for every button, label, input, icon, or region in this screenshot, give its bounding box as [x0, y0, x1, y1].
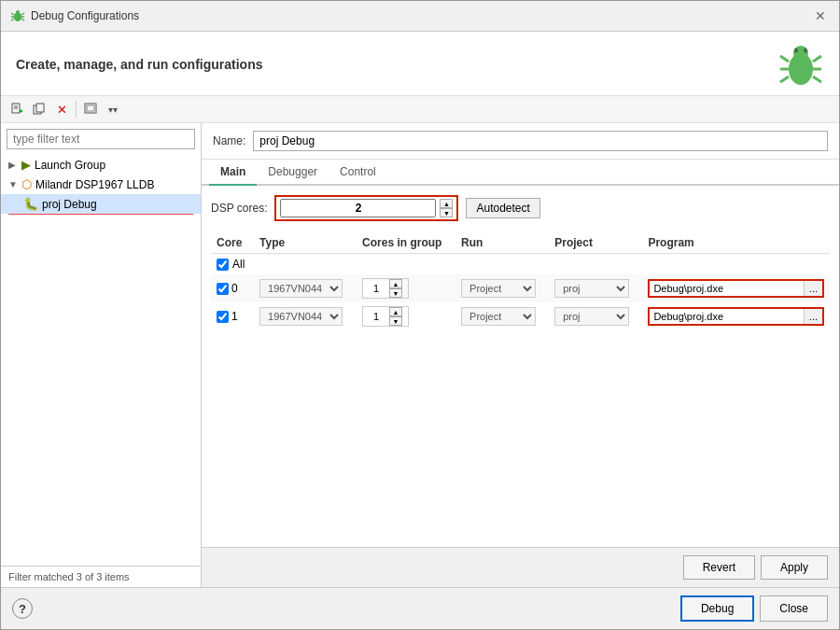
cores-0-spinbox: ▲ ▼: [362, 278, 409, 299]
svg-line-4: [11, 19, 14, 21]
project-0-select[interactable]: proj: [554, 279, 629, 298]
toolbar-separator-1: [76, 101, 77, 118]
cores-0-spinner-buttons: ▲ ▼: [389, 279, 402, 298]
main-tab-content: DSP cores: ▲ ▼ Autodetect Core: [202, 186, 839, 547]
type-all-cell: [254, 254, 357, 275]
program-1-cell: ...: [642, 302, 830, 330]
core-1-label: 1: [231, 310, 238, 323]
project-1-cell: proj: [549, 302, 642, 330]
type-0-select[interactable]: 1967VN044: [259, 279, 343, 298]
revert-button[interactable]: Revert: [683, 555, 755, 580]
check-all-checkbox[interactable]: [217, 259, 229, 271]
all-header: All: [217, 258, 248, 271]
debug-button[interactable]: Debug: [680, 595, 754, 622]
config-name-input[interactable]: [253, 131, 828, 151]
title-bar-left: Debug Configurations: [10, 8, 139, 23]
debug-config-icon: 🐛: [23, 197, 38, 211]
all-label: All: [232, 258, 245, 271]
sidebar-item-milandr[interactable]: ▼ ⬡ Milandr DSP1967 LLDB: [1, 175, 201, 194]
run-1-cell: Project: [455, 302, 549, 330]
cores-in-group-all-cell: [357, 254, 455, 275]
run-all-cell: [455, 254, 549, 275]
toolbar: ✕ ▾▾: [1, 95, 839, 123]
program-all-cell: [642, 254, 830, 275]
svg-rect-24: [36, 104, 44, 112]
project-0-cell: proj: [549, 274, 642, 302]
apply-button[interactable]: Apply: [761, 555, 828, 580]
run-0-cell: Project: [455, 274, 549, 302]
col-project: Project: [549, 232, 642, 254]
dsp-spinner-buttons: ▲ ▼: [440, 199, 453, 217]
name-label: Name:: [213, 134, 245, 147]
duplicate-config-button[interactable]: [29, 99, 49, 119]
left-panel: ▶ ▶ Launch Group ▼ ⬡ Milandr DSP1967 LLD…: [1, 123, 202, 587]
program-0-field: ...: [648, 279, 824, 298]
cores-0-increment[interactable]: ▲: [389, 279, 402, 288]
footer-left: ?: [12, 598, 33, 619]
filter-status: Filter matched 3 of 3 items: [8, 571, 130, 582]
tab-control[interactable]: Control: [329, 160, 387, 186]
tab-main[interactable]: Main: [209, 160, 257, 186]
autodetect-button[interactable]: Autodetect: [466, 198, 539, 218]
project-1-select[interactable]: proj: [554, 307, 629, 326]
cores-0-decrement[interactable]: ▼: [389, 288, 402, 298]
cores-1-spinner-buttons: ▲ ▼: [389, 307, 402, 326]
core-0-checkbox[interactable]: [217, 283, 229, 295]
run-0-select[interactable]: Project: [461, 279, 536, 298]
dsp-cores-row: DSP cores: ▲ ▼ Autodetect: [211, 195, 830, 221]
close-window-button[interactable]: ✕: [811, 7, 830, 25]
type-1-select[interactable]: 1967VN044: [259, 307, 343, 326]
header-bug-icon: [777, 41, 824, 88]
svg-rect-26: [87, 105, 94, 111]
program-0-cell: ...: [642, 274, 830, 302]
header-title: Create, manage, and run configurations: [16, 57, 263, 72]
proj-debug-label: proj Debug: [42, 198, 97, 211]
duplicate-icon: [33, 103, 46, 116]
launch-group-label: Launch Group: [35, 159, 105, 172]
cores-1-decrement[interactable]: ▼: [389, 316, 402, 326]
right-panel: Name: Main Debugger Control DSP cores: ▲: [202, 123, 839, 587]
cores-0-value[interactable]: [363, 281, 389, 296]
core-1-checkbox[interactable]: [217, 311, 229, 323]
svg-line-13: [813, 56, 821, 62]
tab-debugger[interactable]: Debugger: [257, 160, 329, 186]
footer-bar: ? Debug Close: [1, 587, 839, 629]
bottom-action-bar: Revert Apply: [202, 547, 839, 587]
cores-1-value[interactable]: [363, 309, 389, 324]
new-icon: [10, 103, 23, 116]
dsp-cores-increment-button[interactable]: ▲: [440, 199, 453, 208]
dsp-cores-spinbox: ▲ ▼: [274, 195, 458, 221]
svg-line-5: [21, 13, 24, 15]
col-core: Core: [211, 232, 254, 254]
core-0-label: 0: [231, 282, 238, 295]
program-1-browse-button[interactable]: ...: [804, 309, 822, 324]
dialog-title: Debug Configurations: [31, 9, 139, 22]
sidebar-item-launch-group[interactable]: ▶ ▶ Launch Group: [1, 155, 201, 175]
svg-line-12: [780, 77, 789, 82]
name-row: Name:: [202, 123, 839, 160]
cores-1-spinbox: ▲ ▼: [362, 306, 409, 327]
program-0-browse-button[interactable]: ...: [804, 281, 822, 296]
svg-point-16: [794, 49, 798, 53]
filter-input[interactable]: [7, 129, 195, 149]
program-1-input[interactable]: [650, 309, 801, 324]
cores-1-increment[interactable]: ▲: [389, 307, 402, 316]
run-1-select[interactable]: Project: [461, 307, 536, 326]
col-cores-in-group: Cores in group: [357, 232, 455, 254]
new-config-button[interactable]: [7, 99, 27, 119]
collapse-config-button[interactable]: ▾▾: [103, 99, 123, 119]
tabs-bar: Main Debugger Control: [202, 160, 839, 186]
core-all-cell: All: [211, 254, 254, 275]
dsp-cores-label: DSP cores:: [211, 202, 267, 215]
delete-config-button[interactable]: ✕: [51, 99, 72, 119]
sidebar-item-proj-debug[interactable]: 🐛 proj Debug: [1, 194, 201, 214]
svg-point-1: [16, 10, 20, 14]
tree-area: ▶ ▶ Launch Group ▼ ⬡ Milandr DSP1967 LLD…: [1, 155, 201, 566]
footer-close-button[interactable]: Close: [760, 595, 828, 622]
program-0-input[interactable]: [650, 281, 801, 296]
dsp-cores-decrement-button[interactable]: ▼: [440, 208, 453, 217]
help-button[interactable]: ?: [12, 598, 33, 619]
chevron-down-icon: ▼: [8, 179, 18, 189]
dsp-cores-value-input[interactable]: [280, 199, 436, 217]
filter-config-button[interactable]: [80, 99, 101, 119]
